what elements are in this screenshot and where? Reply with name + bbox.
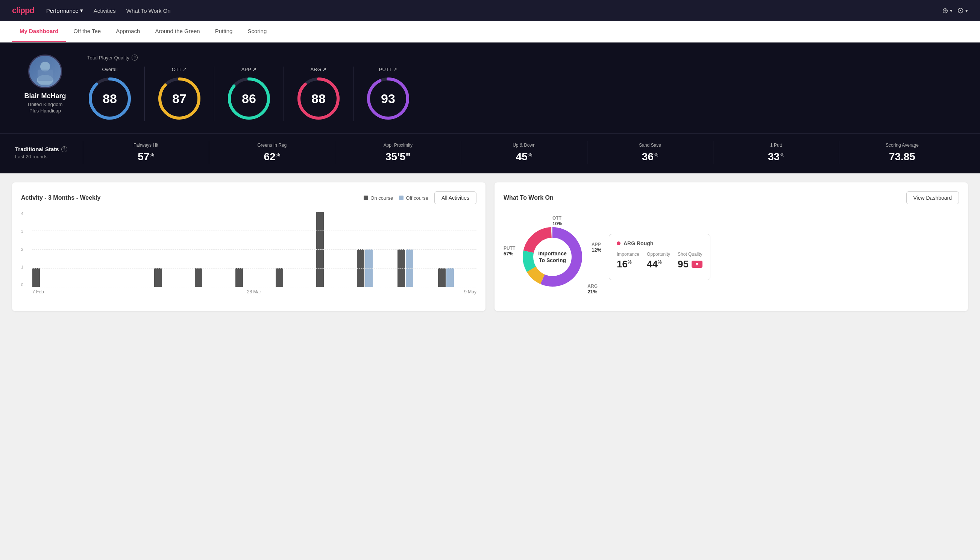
view-dashboard-button[interactable]: View Dashboard <box>906 192 959 204</box>
tab-approach[interactable]: Approach <box>108 21 147 42</box>
score-ott: OTT ↗ 87 <box>145 67 215 121</box>
trad-title: Traditional Stats ? <box>15 146 83 152</box>
stat-item-5: 1 Putt 33% <box>713 141 839 164</box>
scores-section: Total Player Quality ? Overall 88 OTT ↗ … <box>87 55 965 121</box>
stat-item-3: Up & Down 45% <box>461 141 587 164</box>
score-circles: Overall 88 OTT ↗ 87 APP ↗ 86 ARG ↗ <box>87 67 965 121</box>
user-menu-button[interactable]: ⊙ ▾ <box>957 6 968 15</box>
tpq-info-icon[interactable]: ? <box>131 55 138 60</box>
score-arg: ARG ↗ 88 <box>284 67 353 121</box>
donut-chart-wrap: OTT 10% APP 12% ARG 21% PUTT <box>504 212 601 302</box>
off-course-dot <box>399 195 404 200</box>
circle-number-2: 86 <box>242 92 256 106</box>
player-card: Blair McHarg United Kingdom Plus Handica… <box>15 55 75 113</box>
svg-text:To Scoring: To Scoring <box>539 257 566 263</box>
stat-item-4: Sand Save 36% <box>587 141 713 164</box>
activity-legend: On course Off course <box>364 195 428 201</box>
ann-arg: ARG 21% <box>587 283 597 295</box>
tpq-label: Total Player Quality ? <box>87 55 965 60</box>
trad-label-section: Traditional Stats ? Last 20 rounds <box>15 146 83 160</box>
stat-item-1: Greens In Reg 62% <box>209 141 335 164</box>
circle-1: 87 <box>157 76 202 121</box>
score-putt: PUTT ↗ 93 <box>353 67 423 121</box>
score-app: APP ↗ 86 <box>215 67 284 121</box>
wtwo-inner: OTT 10% APP 12% ARG 21% PUTT <box>504 212 959 302</box>
arrow-down-icon: ▼ <box>695 262 699 267</box>
activity-card: Activity - 3 Months - Weekly On course O… <box>12 182 486 311</box>
metric-opportunity: Opportunity 44% <box>647 252 670 270</box>
circle-number-4: 93 <box>381 92 395 106</box>
trad-info-icon[interactable]: ? <box>61 146 67 152</box>
circle-number-1: 87 <box>172 92 186 106</box>
player-name: Blair McHarg <box>24 92 66 100</box>
stat-item-0: Fairways Hit 57% <box>83 141 209 164</box>
circle-4: 93 <box>366 76 411 121</box>
nav-performance[interactable]: Performance ▾ <box>46 7 83 14</box>
tab-off-the-tee[interactable]: Off the Tee <box>66 21 108 42</box>
shot-quality-badge: ▼ <box>692 261 702 268</box>
player-country: United Kingdom <box>28 102 63 107</box>
bar-chart: 0 1 2 3 4 7 Feb 28 Mar 9 May <box>21 212 476 295</box>
ann-app: APP 12% <box>592 242 601 253</box>
legend-off-course: Off course <box>399 195 428 201</box>
legend-on-course: On course <box>364 195 393 201</box>
tab-putting[interactable]: Putting <box>208 21 240 42</box>
nav-activities[interactable]: Activities <box>94 8 116 14</box>
detail-header: ARG Rough <box>617 240 702 246</box>
nav-links: Performance ▾ Activities What To Work On <box>46 7 930 14</box>
nav-what-to-work-on[interactable]: What To Work On <box>126 8 171 14</box>
score-overall: Overall 88 <box>87 67 145 121</box>
svg-text:Importance: Importance <box>538 250 567 257</box>
stat-items: Fairways Hit 57% Greens In Reg 62% App. … <box>83 141 965 164</box>
stat-item-6: Scoring Average 73.85 <box>839 141 965 164</box>
circle-number-0: 88 <box>103 92 117 106</box>
bottom-section: Activity - 3 Months - Weekly On course O… <box>0 173 980 320</box>
metric-shot-quality: Shot Quality 95 ▼ <box>678 252 702 270</box>
user-icon: ⊙ <box>957 6 964 15</box>
traditional-stats: Traditional Stats ? Last 20 rounds Fairw… <box>0 133 980 173</box>
detail-category: ARG Rough <box>624 240 653 246</box>
score-label-3: ARG ↗ <box>311 67 327 72</box>
chevron-down-icon: ▾ <box>80 7 83 14</box>
arg-detail-card: ARG Rough Importance 16% Opportunity 44%… <box>609 234 710 280</box>
on-course-dot <box>364 195 368 200</box>
stat-item-2: App. Proximity 35'5" <box>335 141 461 164</box>
metric-importance: Importance 16% <box>617 252 639 270</box>
add-dropdown-arrow: ▾ <box>950 8 953 13</box>
user-dropdown-arrow: ▾ <box>965 8 968 13</box>
y-axis: 0 1 2 3 4 <box>21 212 23 287</box>
top-nav: clippd Performance ▾ Activities What To … <box>0 0 980 21</box>
logo[interactable]: clippd <box>12 6 34 15</box>
chart-grid <box>32 212 476 287</box>
wtwo-header: What To Work On View Dashboard <box>504 192 959 204</box>
avatar <box>28 55 62 88</box>
detail-dot <box>617 242 621 245</box>
ann-putt: PUTT 57% <box>504 246 515 257</box>
activity-card-header: Activity - 3 Months - Weekly On course O… <box>21 192 476 204</box>
nav-right: ⊕ ▾ ⊙ ▾ <box>942 6 968 15</box>
tab-around-the-green[interactable]: Around the Green <box>147 21 207 42</box>
detail-metrics: Importance 16% Opportunity 44% Shot Qual… <box>617 252 702 270</box>
plus-circle-icon: ⊕ <box>942 6 948 15</box>
circle-number-3: 88 <box>311 92 326 106</box>
all-activities-button[interactable]: All Activities <box>434 192 476 204</box>
activity-card-title: Activity - 3 Months - Weekly <box>21 195 100 201</box>
score-label-4: PUTT ↗ <box>379 67 397 72</box>
circle-0: 88 <box>87 76 132 121</box>
add-button[interactable]: ⊕ ▾ <box>942 6 953 15</box>
tab-bar: My Dashboard Off the Tee Approach Around… <box>0 21 980 42</box>
donut-svg: Importance To Scoring <box>519 223 586 291</box>
donut-area: OTT 10% APP 12% ARG 21% PUTT <box>504 212 601 302</box>
player-handicap: Plus Handicap <box>29 108 61 113</box>
score-label-2: APP ↗ <box>241 67 256 72</box>
circle-3: 88 <box>296 76 341 121</box>
svg-rect-2 <box>38 70 53 81</box>
hero-section: Blair McHarg United Kingdom Plus Handica… <box>0 42 980 133</box>
score-label-1: OTT ↗ <box>172 67 187 72</box>
wtwo-title: What To Work On <box>504 195 554 201</box>
tab-scoring[interactable]: Scoring <box>240 21 274 42</box>
circle-2: 86 <box>226 76 271 121</box>
trad-subtitle: Last 20 rounds <box>15 154 83 160</box>
tab-my-dashboard[interactable]: My Dashboard <box>12 21 66 42</box>
what-to-work-on-card: What To Work On View Dashboard OTT 10% A… <box>494 182 968 311</box>
